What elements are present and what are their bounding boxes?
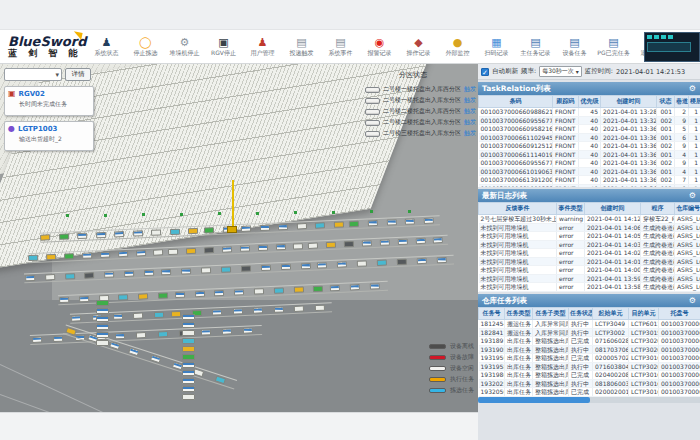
pallet <box>301 263 311 269</box>
table-row[interactable]: 未找到可用堆垛机error2021-04-01 13:58:51生成跨巷道移库任… <box>479 283 700 292</box>
table-row[interactable]: 1812454搬运任务入库异常回库执行中LCTP3049LCTP60110010… <box>479 320 700 329</box>
horizontal-scrollbar[interactable] <box>478 397 590 403</box>
table-row[interactable]: 00100370006610190639FRONT402021-04-01 13… <box>479 167 700 176</box>
toolbar-button[interactable]: ▤ 设备任务 <box>556 36 593 57</box>
pallet <box>144 270 154 276</box>
table-row[interactable]: 00100370006611029457FRONT402021-04-01 13… <box>479 133 700 142</box>
table-row[interactable]: 00100370006611140190FRONT402021-04-01 13… <box>479 150 700 159</box>
device-filter-select[interactable]: ▾ <box>4 68 62 81</box>
alert-card[interactable]: ▣ RGV02 长时间未完成任务 <box>4 86 94 116</box>
zone-checkbox[interactable] <box>365 109 380 115</box>
legend-row: 拣选任务 <box>429 385 474 396</box>
gear-icon[interactable]: ⚙ <box>689 191 696 200</box>
toolbar-button[interactable]: ◯ 停止拣选 <box>127 36 164 57</box>
cell: FRONT <box>553 184 579 187</box>
toolbar-button[interactable]: ◆ 操作记录 <box>400 36 437 57</box>
table-row[interactable]: 1931905出库任务整箱拣选出库执行中0817037061LCTP302000… <box>479 345 700 354</box>
cell: 00100370006610190639 <box>659 337 700 346</box>
zone-checkbox[interactable] <box>365 131 380 137</box>
detail-button[interactable]: 详情 <box>65 68 91 81</box>
table-row[interactable]: 00100370006609886219FRONT452021-04-01 13… <box>479 108 700 117</box>
pallet <box>96 340 109 346</box>
zone-trigger-link[interactable]: 触发 <box>464 96 476 105</box>
table-row[interactable]: 未找到可用堆垛机error2021-04-01 14:05:56生成跨巷道移库任… <box>479 232 700 241</box>
warehouse-3d-view[interactable]: ▾ 详情 ▣ RGV02 长时间未完成任务 ● LGTP1003 <box>0 64 478 412</box>
table-row[interactable]: 未找到可用堆垛机error2021-04-01 14:00:53生成跨巷道移库任… <box>479 266 700 275</box>
refresh-frequency-select[interactable]: 每30秒一次 ▾ <box>539 66 582 77</box>
zone-trigger-link[interactable]: 触发 <box>464 107 476 116</box>
zone-checkbox[interactable] <box>365 98 380 104</box>
cell: 6 <box>675 133 689 142</box>
legend-swatch <box>429 377 446 382</box>
cell: ASRS_LC2 <box>675 215 700 224</box>
table-row[interactable]: 1931956出库任务整箱拣选出库已完成0200057022LCTP301600… <box>479 354 700 363</box>
table-row[interactable]: 1931980出库任务整箱拣选出库已完成0204002081LCTP301600… <box>479 371 700 380</box>
cell: 未找到可用堆垛机 <box>479 283 557 292</box>
zone-checkbox[interactable] <box>365 120 380 126</box>
table-row[interactable]: 未找到可用堆垛机error2021-04-01 14:01:54生成跨巷道移库任… <box>479 257 700 266</box>
table-row[interactable]: 未找到可用堆垛机error2021-04-01 14:06:57生成跨巷道移库任… <box>479 223 700 232</box>
table-row[interactable]: 未找到可用堆垛机error2021-04-01 13:59:52生成跨巷道移库任… <box>479 274 700 283</box>
cell: 00100370006609556770 <box>479 159 553 168</box>
toolbar-button[interactable]: ▤ PG已完任务 <box>595 36 632 57</box>
cell: 9 <box>675 116 689 125</box>
pallet <box>151 229 161 235</box>
table-row[interactable]: 1931958出库任务整箱拣选出库执行中0716038042LCTP302000… <box>479 362 700 371</box>
pallet <box>215 375 226 384</box>
pallet <box>240 245 250 251</box>
zone-checkbox[interactable] <box>365 87 380 93</box>
table-row[interactable]: 未找到可用堆垛机error2021-04-01 14:02:55生成跨巷道移库任… <box>479 249 700 258</box>
pallet <box>133 230 143 236</box>
toolbar-button[interactable]: ▤ 主任务记录 <box>517 36 554 57</box>
toolbar-button[interactable]: ▤ 系统事件 <box>322 36 359 57</box>
gear-icon[interactable]: ⚙ <box>689 84 696 93</box>
cell: 1 <box>689 176 700 185</box>
zone-trigger-link[interactable]: 触发 <box>464 85 476 94</box>
alert-card[interactable]: ● LGTP1003 输送出货超时_2 <box>4 121 94 151</box>
column-header: 仓库编号 <box>675 203 700 215</box>
toolbar-button[interactable]: ♟ 用户管理 <box>244 36 281 57</box>
cell: LCTP3016 <box>629 354 659 363</box>
cell: 5 <box>675 125 689 134</box>
table-row[interactable]: 2号七层穿梭车超过30秒未上报状态warning2021-04-01 14:12… <box>479 215 700 224</box>
cell: error <box>557 223 585 232</box>
pallet <box>96 232 106 238</box>
table-row[interactable]: 1932025出库任务整箱拣选出库执行中0818060032LCTP301600… <box>479 379 700 388</box>
table-row[interactable]: 1931891出库任务整箱拣选出库已完成0716060282LCTP302000… <box>479 337 700 346</box>
logo-swoosh-icon <box>72 31 82 40</box>
table-row[interactable]: 00100370006609556770FRONT402021-04-01 13… <box>479 159 700 168</box>
table-row[interactable]: 00100370006609125123FRONT402021-04-01 13… <box>479 142 700 151</box>
pg-monitor-thumbnail[interactable] <box>644 32 700 62</box>
cell: 生成跨巷道移库任务模块 <box>641 232 675 241</box>
auto-refresh-checkbox[interactable]: ✓ <box>481 68 489 76</box>
cell: error <box>557 249 585 258</box>
table-row[interactable]: 00100370006610098881FRONT402021-04-01 13… <box>479 184 700 187</box>
table-row[interactable]: 1932050出库任务整箱拣选出库已完成0200020011LCTP301600… <box>479 388 700 397</box>
toolbar-button[interactable]: ⚙ 堆垛机停止 <box>166 36 203 57</box>
toolbar-button[interactable]: ▣ RGV停止 <box>205 36 242 57</box>
table-row[interactable]: 未找到可用堆垛机error2021-04-01 13:57:50生成跨巷道移库任… <box>479 291 700 292</box>
pallet <box>195 291 205 297</box>
table-row[interactable]: 00100370006609556770FRONT402021-04-01 13… <box>479 116 700 125</box>
pallet <box>59 297 69 303</box>
toolbar-button[interactable]: ▦ 扫码记录 <box>478 36 515 57</box>
table-row[interactable]: 00100370006613912005FRONT402021-04-01 13… <box>479 176 700 185</box>
toolbar-button[interactable]: ♟ 系统状态 <box>88 36 125 57</box>
gear-icon[interactable]: ⚙ <box>689 296 696 305</box>
pallet <box>182 354 195 360</box>
table-row[interactable]: 1828411搬运任务入库异常回库执行中LCTP3002LCTP30150010… <box>479 328 700 337</box>
pallet <box>186 248 196 254</box>
toolbar-button[interactable]: ▤ 投递触发 <box>283 36 320 57</box>
table-row[interactable]: 未找到可用堆垛机error2021-04-01 14:03:56生成跨巷道移库任… <box>479 240 700 249</box>
toolbar-button[interactable]: ◉ 报警记录 <box>361 36 398 57</box>
pallet <box>64 253 74 259</box>
toolbar-button[interactable]: ● 外部监控 <box>439 36 476 57</box>
cell: 2021-04-01 13:36:20 <box>601 150 657 159</box>
pallet <box>154 312 164 318</box>
pallet <box>182 378 195 384</box>
horizontal-scrollbar-track[interactable] <box>478 397 700 403</box>
table-row[interactable]: 00100370006609582162FRONT402021-04-01 13… <box>479 125 700 134</box>
zone-trigger-link[interactable]: 触发 <box>464 129 476 138</box>
cell: FRONT <box>553 108 579 117</box>
zone-trigger-link[interactable]: 触发 <box>464 118 476 127</box>
